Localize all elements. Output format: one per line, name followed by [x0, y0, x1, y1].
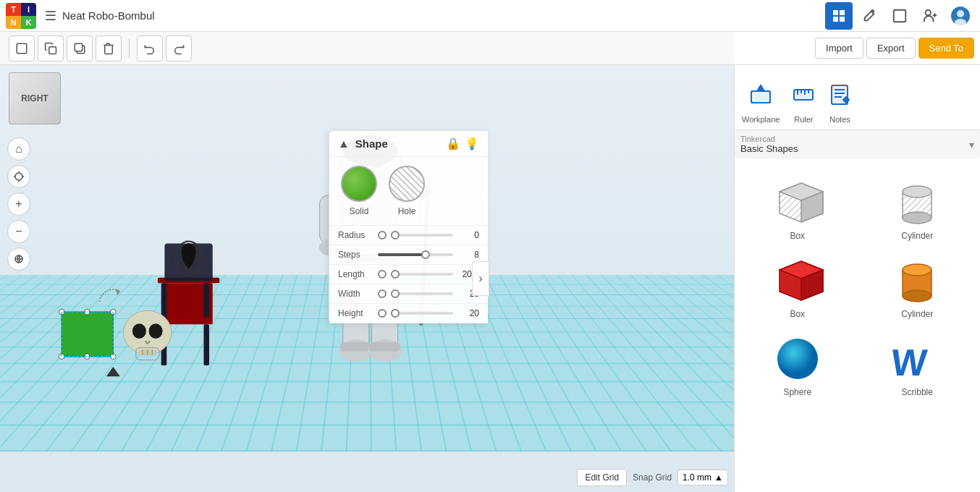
shape-thumb-cyl-orange [888, 255, 946, 306]
height-thumb[interactable] [391, 309, 400, 318]
copy-btn[interactable] [38, 35, 64, 62]
svg-rect-2 [833, 17, 838, 22]
length-slider[interactable] [391, 273, 453, 276]
shape-item-box-red[interactable]: Box [740, 251, 855, 323]
shape-panel: ▲ Shape 🔒 💡 Solid Hole Radius [329, 130, 488, 323]
export-btn[interactable]: Export [866, 38, 916, 59]
svg-point-100 [903, 212, 932, 224]
ruler-label: Ruler [794, 115, 813, 124]
svg-text:W: W [890, 342, 929, 383]
height-slider[interactable] [391, 312, 453, 315]
shapes-nav-arrow[interactable]: › [472, 261, 489, 296]
hole-btn[interactable]: Hole [389, 166, 425, 216]
tinkercad-logo[interactable]: T I N K [6, 3, 36, 29]
svg-point-26 [15, 173, 22, 180]
separator-1 [129, 38, 130, 59]
height-label: Height [338, 308, 378, 318]
perspective-btn[interactable] [7, 247, 30, 271]
svg-point-9 [957, 10, 964, 17]
avatar-btn[interactable] [947, 2, 974, 30]
shape-item-cyl-orange[interactable]: Cylinder [861, 251, 975, 323]
menu-icon[interactable]: ☰ [45, 8, 56, 24]
height-slider-container [378, 309, 453, 318]
shape-name-scribble: Scribble [902, 387, 933, 397]
top-bar: T I N K ☰ Neat Robo-Bombul [0, 0, 980, 32]
logo-k: K [21, 16, 36, 29]
width-slider[interactable] [391, 292, 453, 295]
width-label: Width [338, 289, 378, 299]
height-circle-handle[interactable] [378, 309, 386, 318]
shape-panel-icons: 🔒 💡 [446, 137, 479, 150]
shape-item-cyl-gray[interactable]: Cylinder [861, 173, 975, 245]
notes-tab[interactable]: Notes [827, 82, 852, 130]
send-to-btn[interactable]: Send To [918, 38, 974, 59]
length-thumb[interactable] [391, 270, 400, 279]
ruler-tab[interactable]: Ruler [791, 82, 816, 130]
svg-rect-1 [840, 10, 845, 15]
right-panel-tabs: Workplane Ruler [735, 65, 980, 130]
viewport[interactable]: RIGHT ⌂ + − [0, 65, 734, 492]
svg-marker-83 [757, 85, 764, 91]
shape-panel-collapse-btn[interactable]: ▲ [338, 137, 350, 150]
edit-grid-btn[interactable]: Edit Grid [577, 469, 627, 486]
duplicate-btn[interactable] [67, 35, 93, 62]
snap-value-btn[interactable]: 1.0 mm ▲ [677, 470, 728, 485]
library-header[interactable]: Tinkercad Basic Shapes ▾ [735, 130, 980, 158]
lock-icon[interactable]: 🔒 [446, 137, 460, 150]
hammer-btn[interactable] [856, 2, 883, 30]
svg-point-10 [955, 19, 966, 26]
logo-n: N [6, 16, 21, 29]
shapes-library[interactable]: Box [735, 164, 980, 492]
svg-point-5 [926, 9, 931, 14]
steps-label: Steps [338, 250, 378, 260]
radius-thumb[interactable] [391, 231, 400, 239]
height-value: 20 [453, 308, 479, 318]
steps-thumb[interactable] [421, 250, 430, 259]
notes-label: Notes [829, 115, 850, 124]
home-btn[interactable]: ⌂ [7, 137, 30, 161]
notes-icon [827, 82, 852, 112]
view-cube[interactable]: RIGHT [9, 72, 61, 124]
width-circle-handle[interactable] [378, 289, 386, 298]
shape-name-box-red: Box [790, 309, 805, 319]
radius-row: Radius 0 [329, 226, 488, 245]
info-icon[interactable]: 💡 [465, 137, 479, 150]
steps-value: 8 [453, 250, 479, 260]
redo-btn[interactable] [166, 35, 192, 62]
delete-btn[interactable] [96, 35, 122, 62]
logo-i: I [21, 3, 36, 16]
shape-thumb-scribble: W [888, 334, 946, 384]
grid-view-btn[interactable] [825, 2, 853, 30]
workplane-tab[interactable]: Workplane [742, 82, 780, 130]
action-bar: Import Export Send To [734, 32, 980, 65]
undo-btn[interactable] [137, 35, 163, 62]
svg-point-61 [175, 242, 203, 276]
snap-label: Snap Grid [633, 472, 672, 483]
shape-item-scribble[interactable]: W Scribble [861, 329, 975, 402]
import-btn[interactable]: Import [815, 38, 863, 59]
shape-item-sphere-blue[interactable]: Sphere [740, 329, 855, 402]
zoom-in-btn[interactable]: + [7, 192, 30, 216]
radius-value: 0 [453, 230, 479, 240]
new-btn[interactable] [9, 35, 35, 62]
svg-rect-12 [49, 46, 56, 54]
svg-point-99 [903, 186, 932, 198]
steps-slider[interactable] [378, 253, 453, 256]
width-slider-container [378, 289, 453, 298]
main-area: RIGHT ⌂ + − [0, 65, 980, 492]
radius-slider[interactable] [391, 234, 453, 237]
svg-point-107 [777, 339, 818, 379]
solid-btn[interactable]: Solid [341, 166, 377, 216]
radius-circle-handle[interactable] [378, 231, 386, 239]
width-thumb[interactable] [391, 289, 400, 298]
zoom-out-btn[interactable]: − [7, 220, 30, 243]
shape-item-box-gray[interactable]: Box [740, 173, 855, 245]
add-user-btn[interactable] [916, 2, 944, 30]
svg-rect-0 [833, 10, 838, 15]
logo-t: T [6, 3, 21, 16]
shape-name-box-gray: Box [790, 231, 805, 241]
length-circle-handle[interactable] [378, 270, 386, 279]
library-chevron-icon: ▾ [969, 139, 974, 150]
box-btn[interactable] [886, 2, 913, 30]
fit-btn[interactable] [7, 165, 30, 188]
